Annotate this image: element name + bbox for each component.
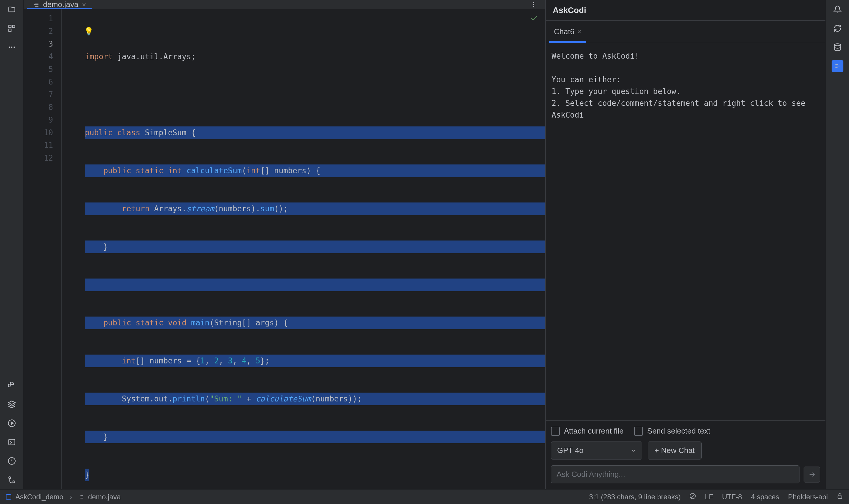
tab-close-icon[interactable]: × — [82, 1, 86, 9]
attach-file-checkbox[interactable]: Attach current file — [551, 427, 624, 436]
sync-icon[interactable] — [832, 22, 844, 34]
terminal-icon[interactable] — [6, 436, 18, 448]
svg-point-22 — [834, 43, 841, 46]
chevron-right-icon: › — [70, 493, 72, 501]
lightbulb-icon[interactable]: 💡 — [84, 25, 93, 38]
svg-point-19 — [533, 4, 534, 5]
breadcrumb-file[interactable]: demo.java — [88, 493, 121, 501]
svg-point-20 — [533, 6, 534, 7]
svg-rect-9 — [8, 439, 15, 445]
svg-point-13 — [8, 477, 11, 479]
api-status[interactable]: Pholders-api — [788, 493, 828, 501]
model-select[interactable]: GPT 4o — [551, 442, 642, 460]
readonly-icon[interactable] — [689, 493, 696, 501]
problems-icon[interactable] — [6, 455, 18, 467]
chat-content: Welcome to AskCodi! You can either: 1. T… — [546, 43, 826, 420]
check-icon[interactable] — [530, 14, 538, 22]
structure-icon[interactable] — [6, 22, 18, 34]
project-badge-icon — [6, 494, 11, 500]
askcodi-header: AskCodi — [546, 0, 826, 21]
python-icon[interactable] — [6, 380, 18, 391]
askcodi-panel: AskCodi Chat6 × Welcome to AskCodi! You … — [545, 0, 826, 489]
run-icon[interactable] — [6, 417, 18, 429]
notifications-icon[interactable] — [832, 3, 844, 15]
chat-tab-close-icon[interactable]: × — [577, 28, 581, 36]
new-chat-button[interactable]: + New Chat — [648, 442, 702, 460]
svg-marker-8 — [11, 422, 13, 425]
svg-rect-1 — [12, 25, 15, 28]
svg-rect-0 — [8, 25, 11, 28]
svg-point-18 — [533, 2, 534, 3]
cursor-position[interactable]: 3:1 (283 chars, 9 line breaks) — [589, 493, 681, 501]
indent[interactable]: 4 spaces — [751, 493, 779, 501]
left-sidebar — [0, 0, 23, 489]
tab-label: demo.java — [43, 0, 78, 9]
svg-rect-2 — [8, 29, 11, 31]
folder-icon[interactable] — [6, 3, 18, 15]
right-sidebar — [826, 0, 849, 489]
chat-tab[interactable]: Chat6 × — [549, 21, 586, 43]
line-ending[interactable]: LF — [705, 493, 713, 501]
code-content[interactable]: import java.util.Arrays; public class Si… — [62, 10, 545, 489]
svg-point-5 — [13, 47, 15, 48]
askcodi-tabs: Chat6 × — [546, 21, 826, 43]
code-editor[interactable]: 1 2 3 4 5 6 7 8 9 10 11 12 💡 import java… — [23, 10, 545, 489]
git-icon[interactable] — [6, 474, 18, 486]
askcodi-title: AskCodi — [553, 5, 586, 15]
svg-line-30 — [691, 494, 695, 498]
send-selected-checkbox[interactable]: Send selected text — [634, 427, 710, 436]
java-file-icon — [33, 1, 39, 8]
svg-point-14 — [13, 481, 15, 483]
chat-input[interactable] — [551, 465, 799, 483]
encoding[interactable]: UTF-8 — [722, 493, 742, 501]
svg-point-3 — [8, 47, 10, 48]
status-bar: AskCodi_demo › demo.java 3:1 (283 chars,… — [0, 489, 849, 504]
checkbox-icon — [634, 427, 643, 436]
more-icon[interactable] — [6, 41, 18, 53]
editor-area: demo.java × 1 2 3 4 5 6 7 8 9 10 — [23, 0, 545, 489]
gutter: 1 2 3 4 5 6 7 8 9 10 11 12 — [23, 10, 62, 489]
editor-tabs: demo.java × — [23, 0, 545, 10]
database-icon[interactable] — [832, 41, 844, 53]
checkbox-icon — [551, 427, 560, 436]
chevron-down-icon — [631, 448, 636, 453]
more-vertical-icon[interactable] — [530, 1, 537, 8]
breadcrumb-project[interactable]: AskCodi_demo — [15, 493, 64, 501]
java-file-icon — [79, 494, 84, 500]
askcodi-tool-icon[interactable] — [832, 60, 844, 72]
editor-tab-demo[interactable]: demo.java × — [27, 0, 92, 9]
chat-footer: Attach current file Send selected text G… — [546, 420, 826, 489]
layers-icon[interactable] — [6, 398, 18, 410]
send-icon — [808, 471, 816, 478]
lock-icon[interactable] — [837, 493, 843, 501]
svg-rect-31 — [838, 496, 842, 499]
svg-point-6 — [10, 383, 11, 383]
send-button[interactable] — [803, 467, 820, 483]
svg-marker-7 — [8, 401, 15, 404]
svg-point-4 — [11, 47, 12, 48]
